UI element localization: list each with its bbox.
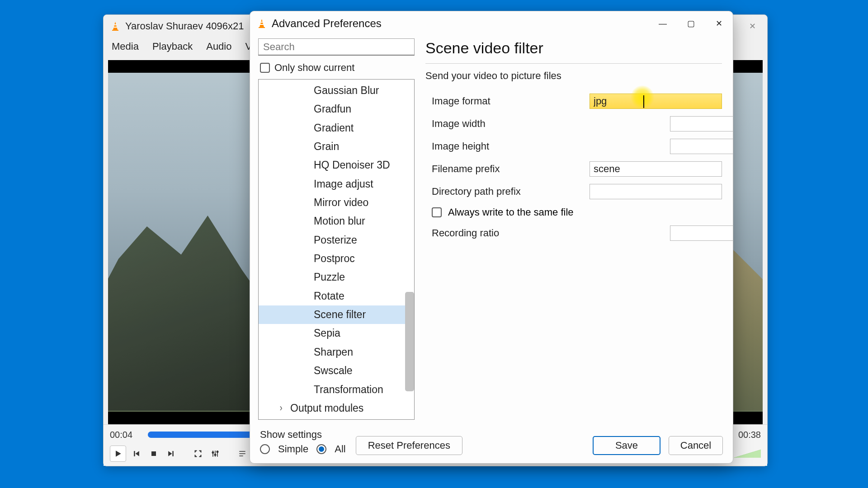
only-show-current-label: Only show current xyxy=(274,62,354,74)
image-width-input[interactable] xyxy=(670,116,733,131)
advanced-preferences-dialog: Advanced Preferences — ▢ ✕ Only show cur… xyxy=(250,11,733,464)
show-settings-label: Show settings xyxy=(260,429,346,441)
dialog-maximize-button[interactable]: ▢ xyxy=(677,13,705,34)
svg-rect-15 xyxy=(260,24,264,25)
recording-ratio-stepper[interactable]: ▲▼ xyxy=(670,225,722,241)
always-same-file-label: Always write to the same file xyxy=(448,206,574,218)
tree-item[interactable]: Postproc xyxy=(259,249,414,268)
next-button[interactable] xyxy=(164,447,178,460)
radio-all-label: All xyxy=(335,443,345,455)
menu-playback[interactable]: Playback xyxy=(152,41,193,52)
radio-simple[interactable] xyxy=(260,444,270,454)
tree-item[interactable]: Rotate xyxy=(259,287,414,305)
dialog-footer: Show settings Simple All Reset Preferenc… xyxy=(250,420,733,463)
svg-marker-4 xyxy=(116,450,121,456)
checkbox-icon xyxy=(260,63,270,73)
svg-rect-7 xyxy=(151,451,156,456)
always-same-file-checkbox[interactable]: Always write to the same file xyxy=(432,206,722,218)
tree-scrollbar[interactable] xyxy=(405,292,414,391)
image-format-input[interactable] xyxy=(590,94,722,109)
volume-slider[interactable] xyxy=(734,450,761,458)
dialog-close-button[interactable]: ✕ xyxy=(705,13,733,34)
svg-rect-3 xyxy=(112,30,118,31)
directory-prefix-input[interactable] xyxy=(590,184,722,199)
dialog-minimize-button[interactable]: — xyxy=(649,13,677,34)
svg-marker-8 xyxy=(168,451,172,456)
svg-point-12 xyxy=(217,451,218,452)
tree-item[interactable]: Gradient xyxy=(259,119,414,137)
time-total: 00:38 xyxy=(729,430,761,440)
tree-item[interactable]: Motion blur xyxy=(259,212,414,230)
menu-media[interactable]: Media xyxy=(112,41,139,52)
image-format-label: Image format xyxy=(432,95,585,107)
tree-item[interactable]: HQ Denoiser 3D xyxy=(259,156,414,174)
save-button[interactable]: Save xyxy=(593,436,660,455)
tree-item[interactable]: Gaussian Blur xyxy=(259,81,414,100)
tree-item[interactable]: Puzzle xyxy=(259,268,414,286)
tree-item[interactable]: Posterize xyxy=(259,231,414,249)
svg-point-10 xyxy=(212,452,213,453)
search-input[interactable] xyxy=(258,38,415,56)
tree-item[interactable]: Mirror video xyxy=(259,193,414,212)
tree-item[interactable]: Image adjust xyxy=(259,175,414,193)
checkbox-icon xyxy=(432,207,442,217)
recording-ratio-input[interactable] xyxy=(670,225,733,241)
radio-simple-label: Simple xyxy=(278,443,308,455)
svg-rect-1 xyxy=(114,24,117,25)
image-width-label: Image width xyxy=(432,118,585,130)
time-elapsed: 00:04 xyxy=(110,430,142,440)
svg-rect-2 xyxy=(113,27,117,28)
only-show-current-checkbox[interactable]: Only show current xyxy=(260,62,413,74)
tree-item[interactable]: Transformation xyxy=(259,380,414,399)
image-height-stepper[interactable]: ▲▼ xyxy=(670,139,722,154)
panel-title: Scene video filter xyxy=(425,39,722,57)
tree-item[interactable]: Grain xyxy=(259,137,414,156)
playlist-button[interactable] xyxy=(236,447,249,460)
fullscreen-button[interactable] xyxy=(191,447,205,460)
dialog-titlebar: Advanced Preferences — ▢ ✕ xyxy=(250,11,733,36)
tree-item[interactable]: Scene filter xyxy=(259,305,414,324)
svg-marker-13 xyxy=(259,19,264,27)
filename-prefix-label: Filename prefix xyxy=(432,163,585,175)
tree-item[interactable]: Gradfun xyxy=(259,100,414,118)
image-width-stepper[interactable]: ▲▼ xyxy=(670,116,722,131)
tree-item[interactable]: Sepia xyxy=(259,324,414,343)
filename-prefix-input[interactable] xyxy=(590,161,722,177)
cancel-button[interactable]: Cancel xyxy=(669,436,723,455)
svg-rect-14 xyxy=(260,22,263,23)
stop-button[interactable] xyxy=(147,447,160,460)
directory-prefix-label: Directory path prefix xyxy=(432,186,585,197)
prev-button[interactable] xyxy=(130,447,143,460)
reset-preferences-button[interactable]: Reset Preferences xyxy=(356,436,462,455)
text-caret-icon xyxy=(643,95,644,108)
svg-rect-16 xyxy=(259,27,265,28)
tree-item-parent[interactable]: Output modules xyxy=(259,399,414,418)
vlc-cone-icon xyxy=(256,18,267,29)
tree-item[interactable]: Swscale xyxy=(259,361,414,380)
player-close-button[interactable]: ✕ xyxy=(739,16,765,36)
tree-item-parent[interactable]: Splitters xyxy=(259,418,414,420)
svg-rect-6 xyxy=(134,451,135,456)
image-height-input[interactable] xyxy=(670,139,733,154)
svg-rect-9 xyxy=(172,451,174,456)
tree-item[interactable]: Sharpen xyxy=(259,343,414,361)
radio-all[interactable] xyxy=(316,444,326,454)
dialog-title: Advanced Preferences xyxy=(272,17,649,30)
play-button[interactable] xyxy=(110,446,126,462)
ext-settings-button[interactable] xyxy=(208,447,222,460)
svg-marker-5 xyxy=(136,451,139,456)
menu-audio[interactable]: Audio xyxy=(206,41,231,52)
image-height-label: Image height xyxy=(432,141,585,152)
svg-point-11 xyxy=(214,454,216,455)
svg-marker-0 xyxy=(113,22,118,30)
divider xyxy=(425,63,722,64)
panel-subtitle: Send your video to picture files xyxy=(425,70,722,82)
vlc-cone-icon xyxy=(110,21,121,32)
recording-ratio-label: Recording ratio xyxy=(432,227,585,239)
preferences-tree: Gaussian BlurGradfunGradientGrainHQ Deno… xyxy=(258,79,415,420)
